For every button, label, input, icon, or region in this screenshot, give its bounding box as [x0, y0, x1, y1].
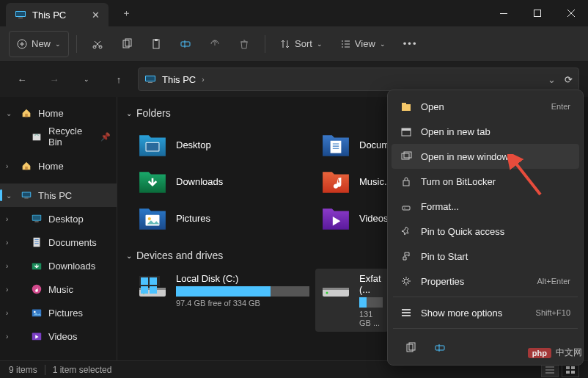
- paste-button[interactable]: [143, 31, 169, 57]
- drive-label: Local Disk (C:): [176, 273, 309, 284]
- ctx-pin-to-start[interactable]: Pin to Start: [392, 244, 579, 269]
- new-tab-button[interactable]: ＋: [114, 1, 138, 25]
- ctx-rename-button[interactable]: [427, 336, 453, 360]
- drive-free-text: 97.4 GB free of 334 GB: [176, 299, 309, 308]
- ctx-format-[interactable]: Format...: [392, 194, 579, 219]
- svg-rect-66: [402, 312, 411, 313]
- ctx-turn-on-bitlocker[interactable]: Turn on BitLocker: [392, 169, 579, 194]
- svg-rect-63: [403, 206, 410, 210]
- svg-rect-68: [402, 315, 411, 316]
- minimize-button[interactable]: [487, 0, 521, 26]
- cut-button[interactable]: [84, 31, 111, 57]
- svg-point-46: [326, 292, 328, 294]
- open-icon: [400, 101, 412, 112]
- trash-icon: [238, 38, 250, 50]
- svg-rect-17: [33, 134, 41, 140]
- copy-button[interactable]: [114, 31, 140, 57]
- toolbar: New ⌄ Sort ⌄ View ⌄ •••: [0, 26, 588, 62]
- svg-rect-2: [18, 18, 23, 18]
- share-button[interactable]: [202, 31, 228, 57]
- svg-rect-62: [403, 181, 409, 186]
- home-icon: [21, 107, 32, 119]
- drive-usage-bar: [176, 286, 309, 297]
- folder-desktop[interactable]: Desktop: [132, 126, 315, 163]
- maximize-button[interactable]: [521, 0, 554, 26]
- svg-rect-4: [534, 10, 541, 17]
- sidebar-label: This PC: [38, 190, 72, 201]
- sidebar-item-home[interactable]: ›Home: [0, 154, 117, 178]
- ctx-open[interactable]: OpenEnter: [392, 94, 579, 119]
- more-button[interactable]: •••: [396, 31, 425, 57]
- ctx-show-more-options[interactable]: Show more optionsShift+F10: [392, 300, 579, 325]
- rename-button[interactable]: [172, 31, 199, 57]
- refresh-button[interactable]: ⟳: [565, 74, 573, 85]
- sort-button[interactable]: Sort ⌄: [273, 31, 330, 57]
- svg-point-29: [34, 311, 36, 313]
- ctx-shortcut: Enter: [551, 102, 570, 111]
- sidebar-item-this-pc[interactable]: ⌄This PC: [0, 183, 117, 207]
- chevron-down-icon[interactable]: ⌄: [548, 74, 556, 85]
- svg-rect-71: [436, 346, 444, 350]
- sidebar-label: Home: [38, 108, 64, 119]
- format-icon: [400, 200, 412, 212]
- ctx-open-in-new-window[interactable]: Open in new window: [392, 144, 579, 169]
- folder-downloads[interactable]: Downloads: [132, 163, 315, 200]
- svg-point-65: [404, 279, 408, 283]
- view-button[interactable]: View ⌄: [333, 31, 393, 57]
- svg-rect-55: [571, 371, 575, 374]
- ctx-copy-button[interactable]: [397, 336, 424, 360]
- close-button[interactable]: [554, 0, 588, 26]
- sidebar-item-pictures[interactable]: ›Pictures: [0, 301, 117, 324]
- svg-rect-61: [404, 152, 411, 158]
- chevron-right-icon[interactable]: ›: [202, 76, 204, 84]
- newtab-icon: [400, 126, 412, 137]
- sidebar-label: Home: [38, 161, 64, 172]
- svg-rect-16: [25, 114, 28, 117]
- pinstart-icon: [400, 250, 412, 262]
- ctx-properties[interactable]: PropertiesAlt+Enter: [392, 269, 579, 294]
- drive-item[interactable]: Exfat (... 131 GB ...: [315, 269, 389, 332]
- back-button[interactable]: ←: [9, 66, 35, 92]
- pc-icon: [15, 9, 26, 21]
- forward-button[interactable]: →: [41, 66, 67, 92]
- sidebar-item-music[interactable]: ›Music: [0, 277, 117, 301]
- tab-title: This PC: [32, 10, 66, 21]
- sidebar-item-documents[interactable]: ›Documents: [0, 230, 117, 254]
- ctx-label: Open in new tab: [421, 126, 490, 137]
- item-count: 9 items: [9, 365, 37, 375]
- ctx-pin-to-quick-access[interactable]: Pin to Quick access: [392, 219, 579, 244]
- drive-item[interactable]: Local Disk (C:) 97.4 GB free of 334 GB: [132, 269, 315, 332]
- sidebar-item-videos[interactable]: ›Videos: [0, 324, 117, 348]
- svg-rect-20: [23, 192, 31, 196]
- svg-rect-32: [147, 143, 159, 151]
- sidebar-item-recycle-bin[interactable]: Recycle Bin📌: [0, 125, 117, 148]
- sidebar: ⌄HomeRecycle Bin📌›Home⌄This PC›Desktop›D…: [0, 97, 117, 360]
- svg-rect-33: [331, 141, 342, 153]
- svg-rect-3: [500, 13, 507, 14]
- recent-button[interactable]: ⌄: [73, 66, 100, 92]
- delete-button[interactable]: [231, 31, 257, 57]
- folder-pictures[interactable]: Pictures: [132, 200, 315, 236]
- svg-rect-11: [155, 39, 158, 41]
- pin-icon: [400, 225, 412, 237]
- sidebar-item-downloads[interactable]: ›Downloads: [0, 254, 117, 277]
- svg-rect-67: [402, 309, 411, 310]
- breadcrumb[interactable]: This PC: [162, 74, 196, 85]
- sidebar-item-home[interactable]: ⌄Home: [0, 101, 117, 125]
- pc-icon: [21, 189, 32, 201]
- share-icon: [209, 38, 221, 50]
- address-bar[interactable]: This PC › ⌄ ⟳: [138, 68, 579, 91]
- pictures-icon: [31, 307, 43, 319]
- tab-this-pc[interactable]: This PC ✕: [6, 3, 109, 26]
- ctx-open-in-new-tab[interactable]: Open in new tab: [392, 119, 579, 144]
- new-button[interactable]: New ⌄: [9, 31, 69, 57]
- up-button[interactable]: ↑: [106, 66, 132, 92]
- ctx-label: Pin to Quick access: [421, 226, 504, 237]
- close-icon[interactable]: ✕: [92, 10, 100, 21]
- selection-count: 1 item selected: [53, 365, 112, 375]
- svg-rect-21: [24, 198, 28, 199]
- svg-rect-12: [181, 42, 190, 46]
- downloads-icon: [31, 260, 43, 272]
- sidebar-item-desktop[interactable]: ›Desktop: [0, 207, 117, 230]
- plus-circle-icon: [17, 39, 27, 49]
